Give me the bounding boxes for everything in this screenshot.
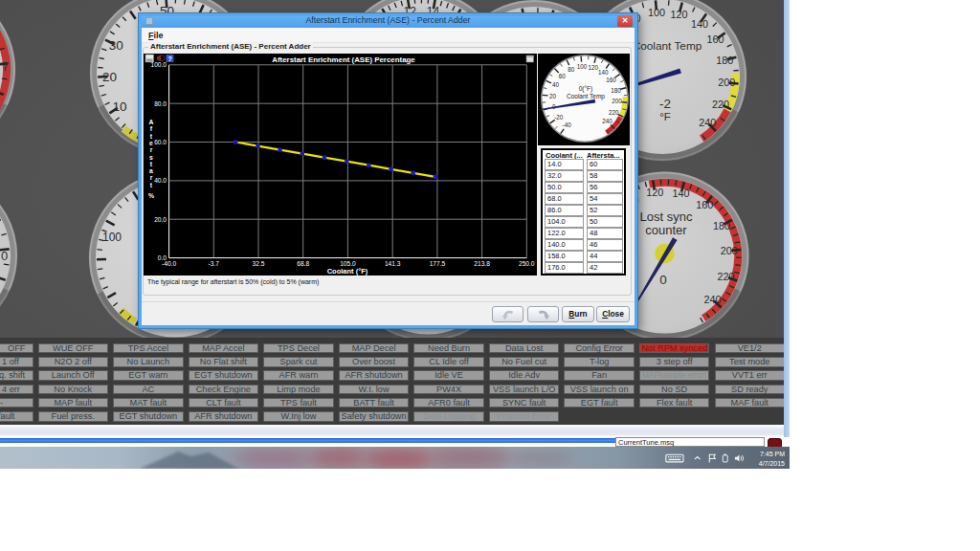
svg-text:-20: -20 bbox=[554, 114, 564, 121]
svg-text:100: 100 bbox=[102, 231, 122, 244]
svg-text:0: 0 bbox=[1, 249, 8, 263]
svg-text:200: 200 bbox=[718, 77, 735, 88]
svg-text:40: 40 bbox=[552, 81, 560, 88]
svg-text:0(°F): 0(°F) bbox=[579, 85, 593, 93]
svg-text:141.3: 141.3 bbox=[385, 260, 401, 267]
svg-text:?: ? bbox=[167, 55, 172, 63]
svg-text:A: A bbox=[149, 119, 154, 125]
svg-text:e: e bbox=[149, 140, 153, 146]
svg-text:20: 20 bbox=[549, 93, 557, 99]
svg-text:r: r bbox=[150, 174, 153, 181]
svg-text:60.0: 60.0 bbox=[154, 139, 167, 145]
svg-text:140: 140 bbox=[691, 18, 708, 30]
svg-text:177.5: 177.5 bbox=[430, 260, 446, 267]
svg-text:140: 140 bbox=[598, 69, 609, 76]
svg-text:120: 120 bbox=[670, 9, 687, 20]
svg-text:0.0: 0.0 bbox=[158, 254, 167, 261]
svg-text:20: 20 bbox=[102, 70, 117, 84]
svg-text:s: s bbox=[149, 154, 153, 161]
svg-text:°F: °F bbox=[659, 111, 671, 122]
svg-text:160: 160 bbox=[706, 33, 724, 45]
svg-text:t: t bbox=[150, 133, 153, 140]
svg-text:f: f bbox=[150, 125, 153, 132]
svg-text:32.5: 32.5 bbox=[253, 260, 265, 267]
svg-text:Coolant (°F): Coolant (°F) bbox=[327, 267, 368, 276]
svg-text:r: r bbox=[150, 146, 153, 153]
svg-text:a: a bbox=[149, 167, 153, 174]
svg-text:240: 240 bbox=[699, 117, 716, 128]
svg-text:t: t bbox=[150, 182, 153, 188]
svg-text:-3.7: -3.7 bbox=[209, 260, 220, 267]
svg-text:120: 120 bbox=[588, 64, 598, 71]
svg-text:60: 60 bbox=[559, 73, 567, 79]
svg-text:220: 220 bbox=[717, 271, 734, 282]
svg-text:100: 100 bbox=[577, 63, 588, 70]
svg-text:t: t bbox=[150, 161, 153, 167]
svg-text:20.0: 20.0 bbox=[154, 216, 167, 223]
svg-text:-40: -40 bbox=[563, 121, 572, 128]
svg-text:68.8: 68.8 bbox=[297, 260, 309, 267]
svg-text:-2: -2 bbox=[659, 97, 671, 111]
svg-text:200: 200 bbox=[721, 245, 738, 256]
svg-text:30: 30 bbox=[109, 38, 123, 53]
svg-text:213.8: 213.8 bbox=[474, 260, 490, 267]
svg-text:%: % bbox=[148, 192, 154, 199]
svg-text:-40.0: -40.0 bbox=[162, 260, 176, 267]
svg-text:240: 240 bbox=[703, 294, 721, 305]
svg-text:counter: counter bbox=[645, 223, 687, 237]
svg-text:40.0: 40.0 bbox=[154, 177, 167, 184]
svg-text:160: 160 bbox=[606, 77, 616, 83]
svg-text:180: 180 bbox=[713, 220, 730, 231]
svg-text:220: 220 bbox=[712, 99, 729, 110]
svg-text:220: 220 bbox=[609, 109, 619, 116]
svg-text:Coolant Temp: Coolant Temp bbox=[633, 39, 702, 53]
svg-text:80.0: 80.0 bbox=[154, 100, 167, 107]
svg-text:180: 180 bbox=[611, 87, 621, 94]
svg-text:105.0: 105.0 bbox=[340, 260, 356, 267]
svg-text:180: 180 bbox=[716, 55, 733, 66]
svg-text:140: 140 bbox=[673, 187, 690, 199]
svg-text:100: 100 bbox=[648, 7, 665, 18]
svg-text:160: 160 bbox=[696, 199, 713, 210]
svg-text:0: 0 bbox=[659, 273, 667, 287]
svg-text:120: 120 bbox=[646, 187, 663, 198]
svg-text:80: 80 bbox=[568, 66, 575, 73]
svg-text:Afterstart Enrichment (ASE) Pe: Afterstart Enrichment (ASE) Percentage bbox=[272, 55, 415, 64]
svg-text:Coolant Temp: Coolant Temp bbox=[567, 93, 605, 100]
svg-text:7: 7 bbox=[2, 59, 9, 74]
svg-text:Lost sync: Lost sync bbox=[640, 209, 693, 224]
svg-text:10: 10 bbox=[112, 99, 126, 114]
svg-text:240: 240 bbox=[602, 118, 612, 124]
svg-text:200: 200 bbox=[612, 98, 622, 104]
svg-text:250.0: 250.0 bbox=[519, 260, 535, 267]
